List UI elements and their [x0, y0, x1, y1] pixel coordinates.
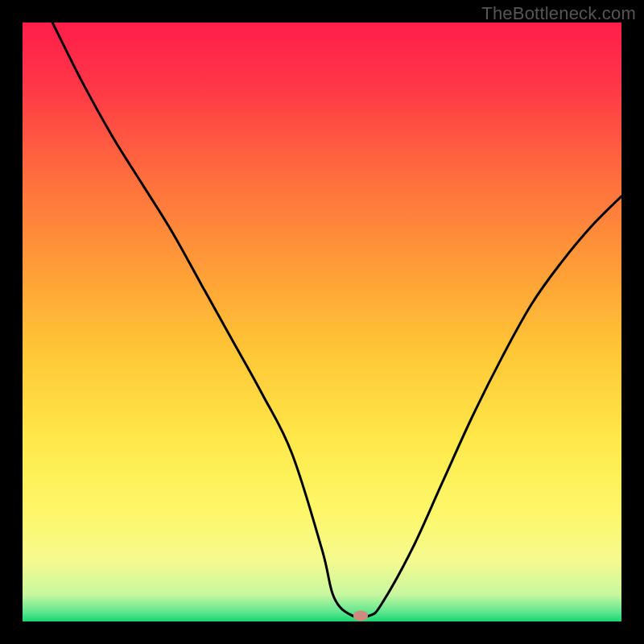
plot-gradient-background	[23, 23, 621, 621]
chart-frame: TheBottleneck.com	[0, 0, 644, 644]
optimum-marker-icon	[353, 610, 368, 621]
watermark-text: TheBottleneck.com	[481, 3, 636, 24]
svg-rect-0	[23, 23, 621, 621]
